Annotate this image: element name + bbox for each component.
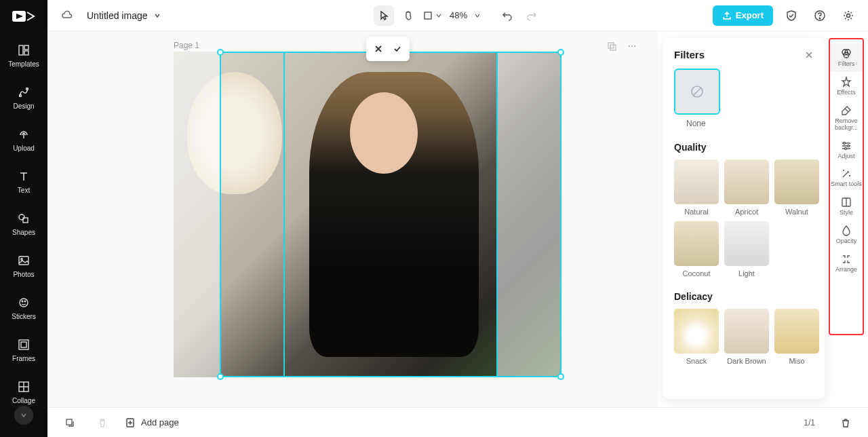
svg-point-11 xyxy=(22,301,23,302)
nav-label: Templates xyxy=(8,60,39,68)
svg-rect-13 xyxy=(19,340,28,349)
svg-rect-33 xyxy=(66,419,72,425)
crop-confirm-button[interactable] xyxy=(388,39,407,58)
nav-upload[interactable]: Upload xyxy=(0,128,47,152)
shopping-bag-icon[interactable] xyxy=(835,413,856,433)
app-logo[interactable] xyxy=(12,8,35,24)
filter-natural[interactable]: Natural xyxy=(674,159,719,216)
filter-none[interactable] xyxy=(674,69,720,115)
adjust-icon xyxy=(840,140,852,152)
undo-button[interactable] xyxy=(497,5,517,26)
more-icon[interactable] xyxy=(627,41,637,52)
filter-snack[interactable]: Snack xyxy=(674,309,719,365)
svg-point-29 xyxy=(844,142,846,144)
svg-point-6 xyxy=(19,214,24,220)
nav-label: Stickers xyxy=(12,313,36,320)
svg-rect-8 xyxy=(19,256,28,265)
crop-ratio-dropdown[interactable] xyxy=(422,5,443,26)
filter-apricot[interactable]: Apricot xyxy=(724,159,769,216)
tool-effects[interactable]: Effects xyxy=(830,72,863,100)
svg-rect-14 xyxy=(21,342,26,347)
pointer-tool[interactable] xyxy=(374,5,394,26)
templates-icon xyxy=(17,43,31,57)
nav-label: Shapes xyxy=(12,229,35,236)
add-page-button[interactable]: Add page xyxy=(125,417,179,428)
left-sidebar: Templates Design Upload Text Shapes Phot… xyxy=(0,0,47,437)
collage-icon xyxy=(17,380,31,394)
filter-light[interactable]: Light xyxy=(724,221,769,278)
svg-point-31 xyxy=(845,147,847,149)
chevron-down-icon[interactable] xyxy=(474,12,481,19)
close-filters-button[interactable] xyxy=(804,50,814,60)
svg-rect-20 xyxy=(608,43,614,48)
filter-thumb xyxy=(674,221,719,266)
eraser-icon xyxy=(840,104,852,117)
svg-rect-3 xyxy=(24,51,28,55)
svg-point-5 xyxy=(26,88,28,90)
nav-text[interactable]: Text xyxy=(0,170,47,194)
export-button[interactable]: Export xyxy=(713,5,773,26)
filter-thumb xyxy=(774,159,819,204)
upload-icon xyxy=(17,128,31,141)
zoom-level[interactable]: 48% xyxy=(447,10,470,20)
help-icon[interactable] xyxy=(810,5,830,26)
crop-cancel-button[interactable] xyxy=(369,39,388,58)
layers-icon[interactable] xyxy=(60,413,80,433)
filter-thumb xyxy=(724,309,769,354)
arrange-icon xyxy=(840,253,852,265)
canvas-area[interactable]: Page 1 xyxy=(47,31,658,407)
filters-panel: Filters None Quality Natural Apricot Wal… xyxy=(663,38,825,399)
crop-dim-right xyxy=(498,52,560,377)
filter-walnut[interactable]: Walnut xyxy=(774,159,819,216)
filter-none-label: None xyxy=(686,119,814,128)
document-title[interactable]: Untitled image xyxy=(87,10,161,21)
nav-stickers[interactable]: Stickers xyxy=(0,296,47,320)
svg-point-19 xyxy=(847,14,850,17)
user-avatar-button[interactable] xyxy=(14,406,33,425)
svg-point-12 xyxy=(24,301,26,302)
filter-dark-brown[interactable]: Dark Brown xyxy=(724,309,769,365)
section-quality-title: Quality xyxy=(674,142,814,153)
nav-label: Frames xyxy=(12,355,35,362)
settings-icon[interactable] xyxy=(838,5,859,26)
design-icon xyxy=(17,86,31,99)
filter-coconut[interactable]: Coconut xyxy=(674,221,719,278)
nav-label: Upload xyxy=(13,145,35,152)
duplicate-page-icon[interactable] xyxy=(606,41,617,52)
filter-miso[interactable]: Miso xyxy=(774,309,819,365)
tool-filters[interactable]: Filters xyxy=(830,43,863,72)
nav-collage[interactable]: Collage xyxy=(0,380,47,404)
right-toolbar: Filters Effects Remove backgr... Adjust … xyxy=(829,38,864,335)
nav-shapes[interactable]: Shapes xyxy=(0,212,47,236)
export-icon xyxy=(722,11,732,20)
page-label: Page 1 xyxy=(174,41,199,50)
magic-icon xyxy=(840,168,852,180)
filter-thumb xyxy=(724,159,769,204)
tool-smart[interactable]: Smart tools xyxy=(830,164,863,192)
tool-remove-bg[interactable]: Remove backgr... xyxy=(830,100,863,136)
tool-arrange[interactable]: Arrange xyxy=(830,249,863,278)
nav-frames[interactable]: Frames xyxy=(0,338,47,362)
svg-rect-21 xyxy=(610,45,616,50)
nav-photos[interactable]: Photos xyxy=(0,254,47,278)
nav-templates[interactable]: Templates xyxy=(0,43,47,68)
filters-icon xyxy=(840,48,852,60)
shapes-icon xyxy=(17,212,31,225)
tool-opacity[interactable]: Opacity xyxy=(830,221,863,249)
svg-point-4 xyxy=(20,95,22,97)
tool-style[interactable]: Style xyxy=(830,192,863,221)
top-bar: Untitled image 48% Export xyxy=(47,0,868,31)
cloud-sync-icon[interactable] xyxy=(57,5,77,26)
redo-button[interactable] xyxy=(521,5,542,26)
nav-design[interactable]: Design xyxy=(0,86,47,110)
tool-adjust[interactable]: Adjust xyxy=(830,136,863,164)
trash-icon[interactable] xyxy=(92,413,113,433)
chevron-down-icon xyxy=(153,12,161,20)
page-count: 1/1 xyxy=(804,418,815,428)
document-title-text: Untitled image xyxy=(87,10,148,21)
shield-icon[interactable] xyxy=(781,5,802,26)
hand-tool[interactable] xyxy=(398,5,418,26)
nav-label: Text xyxy=(18,187,30,194)
stickers-icon xyxy=(17,296,31,309)
filters-title: Filters xyxy=(674,49,705,60)
